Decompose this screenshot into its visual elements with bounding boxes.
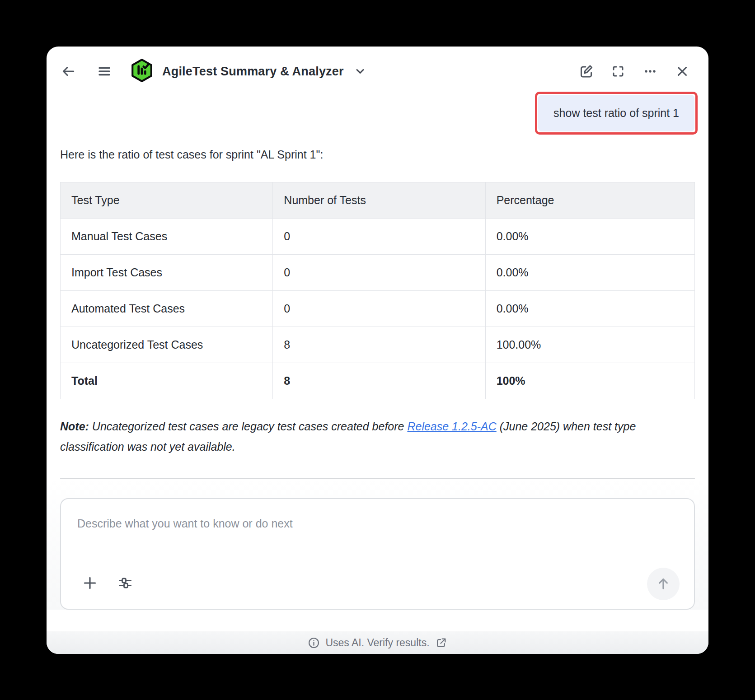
back-button[interactable] (59, 62, 77, 80)
table-row: Import Test Cases 0 0.00% (61, 255, 695, 291)
column-header-number-of-tests: Number of Tests (273, 182, 485, 219)
send-button[interactable] (647, 568, 680, 600)
release-link[interactable]: Release 1.2.5-AC (407, 420, 496, 433)
attach-button[interactable] (81, 574, 99, 592)
cell-total-percentage: 100% (485, 363, 694, 399)
user-message-row: show test ratio of sprint 1 (60, 92, 695, 135)
table-row: Manual Test Cases 0 0.00% (61, 219, 695, 255)
edit-compose-icon (577, 63, 595, 80)
dialog-header: AgileTest Summary & Analyzer (47, 57, 708, 85)
prompt-input-box[interactable] (60, 498, 695, 610)
chevron-down-icon (354, 65, 366, 78)
dialog-title: AgileTest Summary & Analyzer (162, 65, 344, 79)
hamburger-icon (96, 63, 113, 79)
chat-area: show test ratio of sprint 1 Here is the … (47, 85, 708, 479)
cell-percentage: 100.00% (485, 327, 694, 363)
cell-test-type: Automated Test Cases (61, 291, 273, 327)
note-paragraph: Note: Uncategorized test cases are legac… (60, 416, 695, 457)
cell-count: 0 (273, 291, 485, 327)
prompt-input[interactable] (61, 499, 694, 562)
title-dropdown-button[interactable] (351, 62, 369, 80)
table-header-row: Test Type Number of Tests Percentage (61, 182, 695, 219)
composer-tools (81, 574, 134, 592)
cell-count: 0 (273, 219, 485, 255)
ellipsis-icon (642, 63, 658, 79)
user-message-bubble: show test ratio of sprint 1 (538, 95, 694, 131)
table-row: Automated Test Cases 0 0.00% (61, 291, 695, 327)
cell-count: 0 (273, 255, 485, 291)
test-ratio-table: Test Type Number of Tests Percentage Man… (60, 182, 695, 399)
info-icon (308, 637, 320, 649)
cell-percentage: 0.00% (485, 219, 694, 255)
cell-percentage: 0.00% (485, 291, 694, 327)
arrow-up-icon (654, 574, 672, 594)
assistant-intro-text: Here is the ratio of test cases for spri… (60, 148, 695, 161)
cell-test-type: Import Test Cases (61, 255, 273, 291)
sliders-icon (117, 575, 133, 591)
agiletest-dialog: AgileTest Summary & Analyzer (47, 47, 708, 654)
note-label: Note: (60, 420, 89, 433)
ai-disclaimer-bar: Uses AI. Verify results. (47, 631, 708, 654)
disclaimer-text: Uses AI. Verify results. (325, 637, 429, 649)
agiletest-hexagon-icon (131, 58, 153, 84)
cell-total-label: Total (61, 363, 273, 399)
expand-button[interactable] (609, 62, 627, 80)
cell-percentage: 0.00% (485, 255, 694, 291)
close-icon (674, 63, 691, 80)
composer-section (47, 479, 708, 610)
column-header-test-type: Test Type (61, 182, 273, 219)
cell-test-type: Uncategorized Test Cases (61, 327, 273, 363)
cell-count: 8 (273, 327, 485, 363)
close-button[interactable] (673, 62, 691, 80)
external-link-icon[interactable] (435, 637, 447, 649)
settings-button[interactable] (116, 574, 134, 592)
fullscreen-icon (610, 63, 626, 79)
table-total-row: Total 8 100% (61, 363, 695, 399)
more-options-button[interactable] (641, 62, 659, 80)
annotation-highlight: show test ratio of sprint 1 (535, 92, 698, 135)
cell-total-count: 8 (273, 363, 485, 399)
cell-test-type: Manual Test Cases (61, 219, 273, 255)
table-row: Uncategorized Test Cases 8 100.00% (61, 327, 695, 363)
back-arrow-icon (60, 63, 77, 80)
menu-button[interactable] (95, 62, 113, 80)
note-text-before-link: Uncategorized test cases are legacy test… (89, 420, 408, 433)
app-logo (131, 58, 153, 84)
plus-icon (81, 574, 98, 592)
column-header-percentage: Percentage (485, 182, 694, 219)
new-chat-button[interactable] (577, 62, 595, 80)
